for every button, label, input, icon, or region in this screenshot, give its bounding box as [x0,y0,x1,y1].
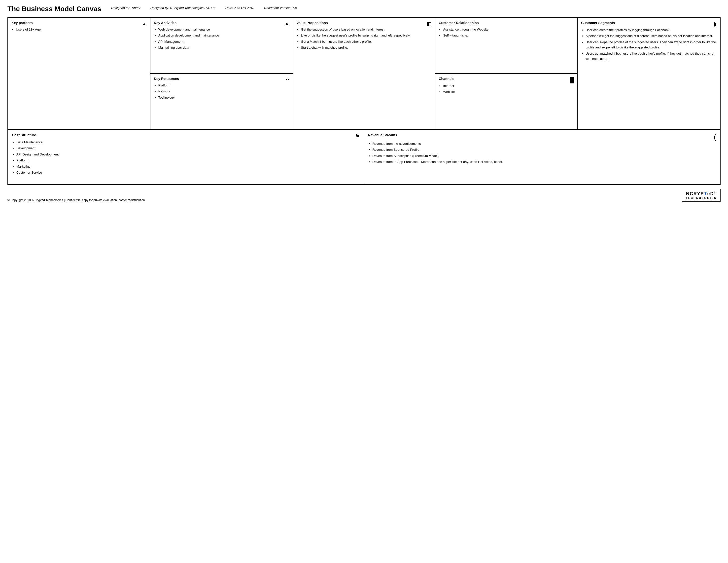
channels-icon: █ [570,77,574,83]
key-activities-title: Key Activities [154,21,176,25]
key-partners-icon [142,21,146,27]
list-item: User can create their profiles by loggin… [586,27,717,33]
channels-header: Channels █ [439,77,574,83]
canvas-bottom-grid: Cost Structure Data Maintenance Developm… [8,130,720,184]
header-meta: Designed for: Tinder Designed by: NCrypt… [111,5,297,10]
list-item: API Design and Development [16,152,360,157]
channels-list: Internet Website [439,83,574,95]
customer-segments-list: User can create their profiles by loggin… [581,27,717,62]
list-item: API Management [158,39,289,44]
logo-registered: ® [714,191,716,194]
cost-structure-header: Cost Structure [12,133,360,139]
cost-structure-cell: Cost Structure Data Maintenance Developm… [8,130,364,184]
logo-bottom: TECHNOLOGIES [686,196,717,199]
cost-structure-icon [355,133,360,139]
date-value: 29th Oct 2018 [234,6,254,10]
logo-te: T [704,191,707,196]
key-partners-cell: Key partners Users of 18+ Age [8,18,150,129]
revenue-streams-header: Revenue Streams [368,133,716,141]
value-propositions-title: Value Propositions [297,21,328,25]
list-item: Revenue from the advertisements [373,141,716,146]
logo-d: D [710,191,714,196]
key-resources-cell: Key Resources ▪▪ Platform Network Techno… [150,74,293,129]
date-label: Date: [225,6,233,10]
list-item: Start a chat with matched profile. [301,45,432,50]
list-item: Technology [158,95,289,100]
logo-r: R [693,191,697,196]
list-item: Development [16,145,360,151]
key-activities-column: Key Activities Web development and maint… [150,18,293,129]
customer-relationships-title: Customer Relationships [439,21,574,25]
list-item: Platform [158,83,289,88]
designed-by-label: Designed by: [150,6,169,10]
date: Date: 29th Oct 2018 [225,6,254,10]
customer-segments-header: Customer Segments ◗ [581,21,717,27]
page-footer: © Copyright 2018, NCrypted Technologies … [7,189,721,202]
list-item: Marketing [16,164,360,169]
list-item: Platform [16,158,360,163]
list-item: Assistance through the Website [443,27,574,32]
logo-n: N [686,191,690,196]
list-item: Web development and maintenance [158,27,289,32]
key-partners-header: Key partners [11,21,146,27]
key-partners-list: Users of 18+ Age [11,27,146,33]
designed-for-value: Tinder [131,6,140,10]
page-header: The Business Model Canvas Designed for: … [7,5,721,13]
canvas-container: Key partners Users of 18+ Age Key Activi… [7,17,721,185]
value-propositions-list: Get the suggestion of users based on loc… [297,27,432,51]
list-item: Get a Match if both users like each othe… [301,39,432,44]
key-resources-title: Key Resources [154,77,179,81]
revenue-streams-list: Revenue from the advertisements Revenue … [368,141,716,165]
revenue-streams-cell: Revenue Streams Revenue from the adverti… [364,130,720,184]
list-item: Self – taught site. [443,33,574,38]
logo-top: NCRYPTeD® [686,191,717,196]
document-label: Document Version: [264,6,291,10]
logo-e: e [707,191,710,196]
list-item: Maintaining user data [158,45,289,50]
document-value: 1.0 [292,6,297,10]
customer-segments-icon: ◗ [714,21,717,27]
cost-structure-title: Cost Structure [12,133,36,137]
designed-by-value: NCrypted Technologies Pvt. Ltd [170,6,215,10]
cost-structure-list: Data Maintenance Development API Design … [12,139,360,175]
key-resources-icon: ▪▪ [286,77,289,82]
list-item: User can swipe the profiles of the sugge… [586,39,717,50]
customer-segments-cell: Customer Segments ◗ User can create thei… [578,18,720,129]
designed-for: Designed for: Tinder [111,6,140,10]
list-item: Revenue from In-App Purchase – More than… [373,159,716,164]
copyright-text: © Copyright 2018, NCrypted Technologies … [7,198,145,202]
document-version: Document Version: 1.0 [264,6,297,10]
key-resources-header: Key Resources ▪▪ [154,77,289,83]
value-propositions-icon: ◧ [427,21,431,27]
customer-relationships-list: Assistance through the Website Self – ta… [439,27,574,38]
list-item: Application development and maintenance [158,33,289,38]
list-item: Internet [443,83,574,88]
key-activities-icon [285,21,289,26]
list-item: Users of 18+ Age [16,27,146,32]
list-item: A person will get the suggestions of dif… [586,33,717,38]
designed-by: Designed by: NCrypted Technologies Pvt. … [150,6,215,10]
customer-relationships-cell: Customer Relationships Assistance throug… [435,18,577,74]
key-activities-list: Web development and maintenance Applicat… [154,27,289,50]
value-propositions-cell: Value Propositions ◧ Get the suggestion … [293,18,435,129]
customer-segments-title: Customer Segments [581,21,615,25]
canvas-top-grid: Key partners Users of 18+ Age Key Activi… [8,18,720,130]
channels-cell: Channels █ Internet Website [435,74,577,129]
ncrypted-logo: NCRYPTeD® TECHNOLOGIES [682,189,721,202]
list-item: Website [443,89,574,94]
channels-title: Channels [439,77,454,81]
revenue-streams-title: Revenue Streams [368,133,397,137]
logo-p: P [700,191,704,196]
key-activities-cell: Key Activities Web development and maint… [150,18,293,74]
list-item: Customer Service [16,170,360,175]
logo-c: C [690,191,693,196]
list-item: Revenue from Subscription (Freemium Mode… [373,153,716,158]
designed-for-label: Designed for: [111,6,130,10]
key-activities-header: Key Activities [154,21,289,27]
list-item: Users get matched if both users like eac… [586,51,717,62]
customer-rel-column: Customer Relationships Assistance throug… [435,18,578,129]
key-resources-list: Platform Network Technology [154,83,289,100]
key-partners-title: Key partners [11,21,33,25]
list-item: Get the suggestion of users based on loc… [301,27,432,32]
logo-y: Y [697,191,700,196]
